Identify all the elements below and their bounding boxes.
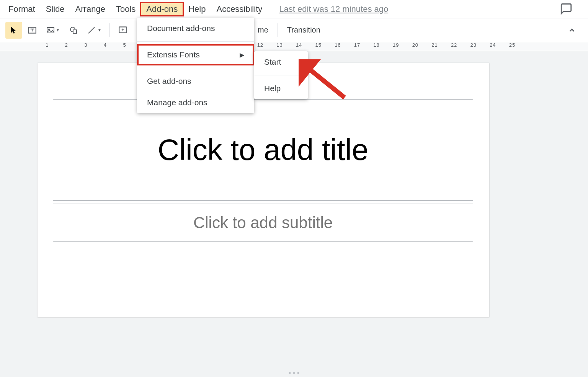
menu-tools[interactable]: Tools: [111, 3, 141, 16]
slide-canvas[interactable]: Click to add title Click to add subtitle: [0, 51, 588, 377]
ruler-tick: 14: [290, 42, 308, 48]
dropdown-separator: [254, 75, 308, 75]
addons-dropdown: Document add-ons Extensis Fonts ▶ Get ad…: [137, 18, 254, 113]
submenu-arrow-icon: ▶: [240, 51, 244, 59]
menu-label: Start: [264, 57, 281, 67]
ruler-tick: 17: [348, 42, 366, 48]
textbox-tool[interactable]: [24, 22, 41, 39]
dropdown-separator: [137, 41, 254, 42]
ruler-tick: 25: [503, 42, 521, 48]
get-addons-item[interactable]: Get add-ons: [137, 70, 254, 92]
collapse-toolbar-icon[interactable]: [564, 22, 580, 39]
comment-tool[interactable]: [114, 22, 131, 39]
toolbar: ▼ ▼ me Transition: [0, 18, 588, 42]
dropdown-separator: [137, 68, 254, 68]
title-placeholder-text: Click to add title: [158, 132, 369, 167]
slide[interactable]: Click to add title Click to add subtitle: [38, 63, 489, 317]
ruler-tick: 20: [407, 42, 424, 48]
ruler-tick: 23: [465, 42, 482, 48]
image-tool[interactable]: ▼: [42, 22, 64, 39]
document-addons-item[interactable]: Document add-ons: [137, 18, 254, 39]
menu-label: Help: [264, 84, 281, 93]
extensis-fonts-item[interactable]: Extensis Fonts ▶: [137, 44, 254, 65]
ruler-tick: 22: [445, 42, 463, 48]
ruler-tick: 24: [484, 42, 501, 48]
menu-label: Get add-ons: [147, 77, 191, 86]
shape-tool[interactable]: [65, 22, 82, 39]
menu-arrange[interactable]: Arrange: [70, 3, 111, 16]
ruler-tick: 19: [387, 42, 405, 48]
svg-line-5: [88, 27, 95, 33]
subtitle-placeholder[interactable]: Click to add subtitle: [53, 204, 473, 242]
ruler-tick: 15: [310, 42, 327, 48]
ruler-tick: 21: [426, 42, 444, 48]
subtitle-placeholder-text: Click to add subtitle: [193, 214, 333, 232]
last-edit-label[interactable]: Last edit was 12 minutes ago: [279, 4, 388, 14]
toolbar-separator: [278, 23, 278, 37]
menu-help[interactable]: Help: [183, 3, 211, 16]
ruler-tick: 18: [368, 42, 385, 48]
ruler-tick: 16: [329, 42, 346, 48]
toolbar-separator: [109, 23, 110, 37]
manage-addons-item[interactable]: Manage add-ons: [137, 92, 254, 113]
ruler-tick: 4: [96, 42, 114, 48]
menu-addons[interactable]: Add-ons: [141, 3, 183, 16]
svg-rect-4: [73, 30, 77, 33]
start-item[interactable]: Start: [254, 51, 308, 73]
menu-label: Manage add-ons: [147, 98, 207, 107]
help-item[interactable]: Help: [254, 78, 308, 99]
ruler-tick: 2: [58, 42, 75, 48]
extensis-submenu: Start Help: [254, 51, 308, 99]
menu-format[interactable]: Format: [3, 3, 41, 16]
ruler-tick: 5: [116, 42, 134, 48]
title-placeholder[interactable]: Click to add title: [53, 99, 473, 201]
theme-button-partial[interactable]: me: [253, 26, 273, 34]
menu-slide[interactable]: Slide: [41, 3, 70, 16]
svg-rect-1: [47, 28, 54, 33]
ruler-tick: 1: [38, 42, 56, 48]
comment-icon[interactable]: [560, 2, 573, 18]
ruler: 1 2 3 4 5 6 7 8 9 10 11 12 13 14 15 16 1…: [0, 42, 588, 51]
line-tool[interactable]: ▼: [83, 22, 105, 39]
menu-label: Document add-ons: [147, 24, 215, 33]
menu-label: Extensis Fonts: [147, 50, 200, 59]
drag-handle-icon[interactable]: [289, 372, 299, 374]
ruler-tick: 13: [271, 42, 289, 48]
menubar: Format Slide Arrange Tools Add-ons Help …: [0, 0, 588, 18]
menu-accessibility[interactable]: Accessibility: [211, 3, 268, 16]
transition-button[interactable]: Transition: [283, 26, 325, 34]
select-tool[interactable]: [5, 22, 22, 39]
ruler-tick: 3: [77, 42, 95, 48]
